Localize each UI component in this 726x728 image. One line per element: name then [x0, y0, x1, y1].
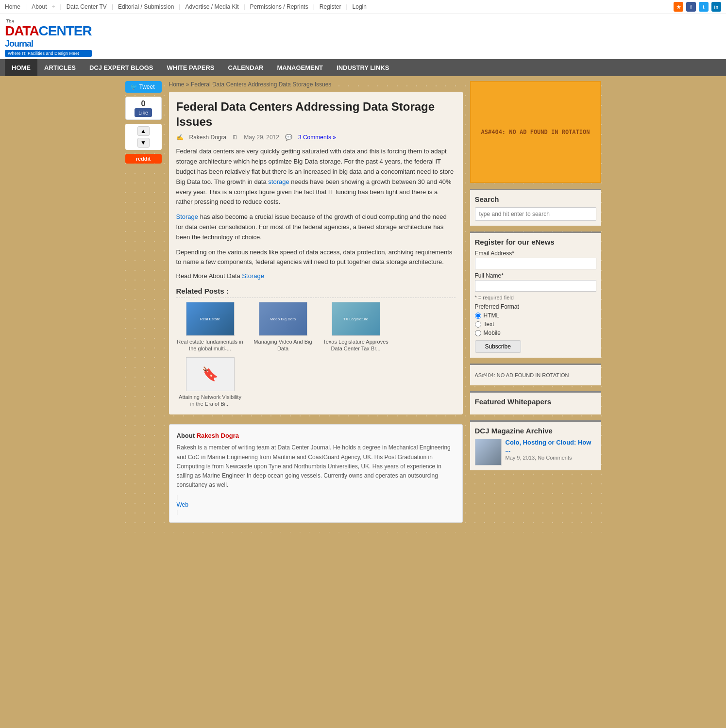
nav-main-whitepapers[interactable]: WHITE PAPERS	[160, 59, 221, 76]
email-input[interactable]	[475, 258, 596, 269]
nav-datacenter-tv[interactable]: Data Center TV	[67, 3, 107, 10]
main-content: Home » Federal Data Centers Addressing D…	[169, 81, 463, 523]
logo-main: DATA CENTER	[5, 23, 92, 39]
read-more: Read More About Data Storage	[176, 272, 456, 280]
rss-icon[interactable]: ★	[674, 2, 683, 12]
main-navigation: HOME ARTICLES DCJ EXPERT BLOGS WHITE PAP…	[0, 59, 726, 76]
share-up-button[interactable]: ▲	[137, 126, 150, 136]
archive-title-link[interactable]: Colo, Hosting or Cloud: How ...	[506, 439, 591, 453]
twitter-icon[interactable]: t	[699, 2, 709, 12]
logo-journal: Journal	[5, 39, 33, 49]
subscribe-button[interactable]: Subscribe	[475, 340, 521, 353]
nav-main-calendar[interactable]: CALENDAR	[221, 59, 270, 76]
article-title: Federal Data Centers Addressing Data Sto…	[176, 99, 456, 129]
related-item: TX Legislature Texas Legislature Approve…	[322, 302, 390, 352]
storage-link-2[interactable]: Storage	[176, 213, 199, 220]
radio-html-label: HTML	[484, 312, 500, 319]
nav-editorial[interactable]: Editorial / Submission	[118, 3, 174, 10]
ad-text: AS#404: NO AD FOUND IN ROTATION	[481, 129, 590, 135]
nav-advertise[interactable]: Advertise / Media Kit	[185, 3, 238, 10]
nav-login[interactable]: Login	[353, 3, 367, 10]
radio-mobile-label: Mobile	[484, 330, 501, 336]
archive-info: Colo, Hosting or Cloud: How ... May 9, 2…	[506, 439, 596, 465]
magazine-title: DCJ Magazine Archive	[475, 427, 596, 435]
radio-mobile[interactable]: Mobile	[475, 330, 596, 336]
right-sidebar: AS#404: NO AD FOUND IN ROTATION Search R…	[470, 81, 601, 523]
site-logo[interactable]: The DATA CENTER Journal Where IT, Facili…	[5, 19, 92, 57]
enews-section: Register for our eNews Email Address* Fu…	[470, 232, 601, 358]
email-label: Email Address*	[475, 250, 596, 257]
radio-text-label: Text	[484, 321, 494, 328]
nav-permissions[interactable]: Permissions / Reprints	[250, 3, 308, 10]
radio-mobile-input[interactable]	[475, 330, 481, 336]
article-author[interactable]: Rakesh Dogra	[189, 134, 227, 141]
like-button[interactable]: Like	[135, 108, 152, 117]
archive-meta: May 9, 2013, No Comments	[506, 455, 596, 461]
radio-html-input[interactable]	[475, 313, 481, 319]
author-icon: ✍	[176, 134, 184, 141]
logo-center: CENTER	[39, 23, 92, 39]
related-caption-1: Real estate fundamentals in the global m…	[176, 338, 244, 352]
nav-main-industry[interactable]: INDUSTRY LINKS	[330, 59, 396, 76]
breadcrumb-home[interactable]: Home	[169, 81, 185, 88]
whitepapers-section: Featured Whitepapers	[470, 391, 601, 414]
radio-text-input[interactable]	[475, 321, 481, 328]
archive-comments[interactable]: No Comments	[538, 455, 572, 461]
archive-item: Colo, Hosting or Cloud: How ... May 9, 2…	[475, 439, 596, 465]
site-header: The DATA CENTER Journal Where IT, Facili…	[0, 14, 726, 59]
nav-main-blogs[interactable]: DCJ EXPERT BLOGS	[83, 59, 160, 76]
article-date: May 29, 2012	[244, 134, 279, 141]
ad-small-section: AS#404: NO AD FOUND IN ROTATION	[470, 364, 601, 385]
tweet-button[interactable]: 🐦 Tweet	[125, 81, 162, 93]
reddit-button[interactable]: reddit	[125, 154, 162, 164]
social-icons: ★ f t in	[674, 2, 721, 12]
twitter-bird-icon: 🐦	[130, 83, 137, 90]
radio-html[interactable]: HTML	[475, 312, 596, 319]
article-box: Federal Data Centers Addressing Data Sto…	[169, 92, 463, 414]
nav-home[interactable]: Home	[5, 3, 20, 10]
author-web-link[interactable]: Web	[177, 501, 455, 508]
name-field-group: Full Name*	[475, 272, 596, 292]
related-thumb-4: 🔖	[186, 357, 235, 391]
read-more-link[interactable]: Storage	[242, 272, 264, 280]
like-box: 0 Like	[125, 97, 162, 120]
article-body: Federal data centers are very quickly ge…	[176, 147, 456, 267]
related-title: Related Posts :	[176, 287, 456, 298]
tweet-label: Tweet	[139, 83, 155, 90]
facebook-icon[interactable]: f	[686, 2, 696, 12]
whitepapers-title: Featured Whitepapers	[475, 397, 596, 406]
bookmark-icon: 🔖	[202, 366, 219, 382]
share-down-button[interactable]: ▼	[137, 138, 150, 148]
nav-main-articles[interactable]: ARTICLES	[37, 59, 83, 76]
date-icon: 🗓	[232, 134, 238, 141]
nav-main-home[interactable]: HOME	[5, 59, 37, 76]
search-section: Search	[470, 189, 601, 226]
related-thumb-1: Real Estate	[186, 302, 235, 336]
comment-icon: 💬	[285, 134, 292, 141]
article-para-2: Storage has also become a crucial issue …	[176, 212, 456, 242]
radio-text[interactable]: Text	[475, 321, 596, 328]
related-posts: Related Posts : Real Estate Real estate …	[176, 287, 456, 407]
storage-link-1[interactable]: storage	[268, 178, 289, 185]
author-name-link[interactable]: Rakesh Dogra	[197, 432, 239, 439]
page-wrapper: 🐦 Tweet 0 Like ▲ ▼ reddit Home » Federal…	[120, 81, 606, 532]
nav-register[interactable]: Register	[320, 3, 341, 10]
article-para-1: Federal data centers are very quickly ge…	[176, 147, 456, 207]
name-input[interactable]	[475, 280, 596, 292]
breadcrumb: Home » Federal Data Centers Addressing D…	[169, 81, 463, 88]
article-meta: ✍ Rakesh Dogra 🗓 May 29, 2012 💬 3 Commen…	[176, 134, 456, 141]
share-arrows: ▲ ▼	[125, 124, 162, 150]
linkedin-icon[interactable]: in	[711, 2, 721, 12]
search-input[interactable]	[475, 207, 596, 221]
left-sidebar: 🐦 Tweet 0 Like ▲ ▼ reddit	[125, 81, 162, 523]
breadcrumb-current: Federal Data Centers Addressing Data Sto…	[191, 81, 332, 88]
search-title: Search	[475, 195, 596, 203]
author-about: About Rakesh Dogra	[177, 432, 455, 439]
author-bio: Rakesh is a member of writing team at Da…	[177, 443, 455, 490]
name-label: Full Name*	[475, 272, 596, 279]
article-comments[interactable]: 3 Comments »	[298, 134, 336, 141]
nav-about[interactable]: About	[32, 3, 47, 10]
ad-banner: AS#404: NO AD FOUND IN ROTATION	[470, 81, 601, 183]
archive-thumb	[475, 439, 502, 465]
nav-main-management[interactable]: MANAGEMENT	[270, 59, 330, 76]
